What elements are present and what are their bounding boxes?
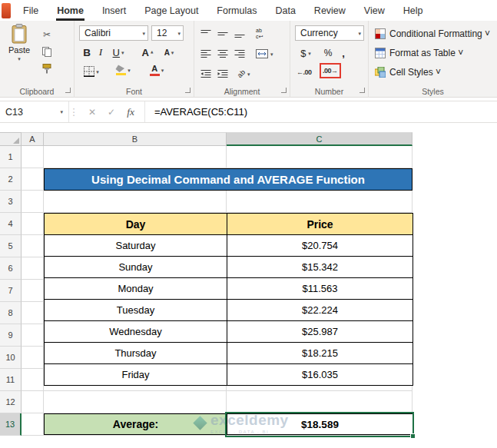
active-cell-selection-C13[interactable]	[225, 412, 414, 437]
number-dialog-launcher[interactable]	[359, 88, 365, 93]
row-header[interactable]: 11	[0, 369, 22, 391]
cell-day[interactable]: Saturday	[45, 235, 227, 257]
tab-data[interactable]: Data	[266, 0, 304, 21]
format-as-table-button[interactable]: Format as Table ˅	[375, 46, 463, 60]
decrease-indent-button[interactable]	[200, 66, 211, 81]
italic-button[interactable]: I	[96, 45, 105, 60]
row-header[interactable]: 3	[0, 191, 22, 213]
row-header[interactable]: 5	[0, 235, 22, 257]
top-align-button[interactable]	[200, 26, 211, 41]
center-button[interactable]	[217, 46, 228, 61]
font-size-combo[interactable]: 12 ▾	[151, 25, 184, 41]
cell-price[interactable]: $11.563	[227, 278, 413, 300]
row-header[interactable]: 9	[0, 324, 22, 347]
table-header-price[interactable]: Price	[227, 214, 413, 235]
tab-home[interactable]: Home	[48, 0, 93, 21]
format-painter-button[interactable]	[40, 61, 54, 76]
row-header-13-selected[interactable]: 13	[0, 413, 22, 436]
formula-input[interactable]: =AVERAGE(C5:C11)	[145, 101, 497, 122]
row-header[interactable]: 7	[0, 280, 22, 302]
increase-font-size-button[interactable]: A ▾	[139, 45, 156, 60]
conditional-formatting-button[interactable]: Conditional Formatting ˅	[375, 27, 490, 41]
tab-help[interactable]: Help	[394, 0, 432, 21]
column-header-c-selected[interactable]: C	[227, 132, 413, 146]
tab-view[interactable]: View	[355, 0, 394, 21]
borders-button[interactable]: ▾	[81, 64, 102, 79]
wrap-text-button[interactable]: ab c↩	[256, 26, 263, 41]
row-header[interactable]: 6	[0, 257, 22, 280]
clipboard-dialog-launcher[interactable]	[65, 88, 71, 93]
cell-price[interactable]: $22.224	[227, 300, 413, 321]
grow-font-letter: A	[142, 47, 149, 58]
conditional-formatting-icon	[375, 28, 386, 39]
cell-day[interactable]: Tuesday	[45, 300, 227, 321]
tab-page-layout[interactable]: Page Layout	[135, 0, 207, 21]
column-header-b[interactable]: B	[44, 132, 227, 146]
shrink-font-letter: A	[164, 48, 170, 57]
styles-group: Conditional Formatting ˅ Format as Table…	[369, 21, 497, 98]
chevron-down-icon: ▾	[247, 71, 250, 77]
decrease-font-size-button[interactable]: A ▾	[161, 45, 177, 60]
decrease-decimal-button-highlighted[interactable]: .00→	[320, 63, 341, 78]
chevron-down-icon: ▾	[96, 69, 99, 75]
orientation-button[interactable]: ab ▾	[237, 66, 250, 81]
cell-price[interactable]: $20.754	[227, 235, 413, 257]
tab-review[interactable]: Review	[305, 0, 355, 21]
row-header[interactable]: 1	[0, 146, 22, 168]
cell-day[interactable]: Wednesday	[45, 321, 227, 343]
chevron-down-icon: ▾	[270, 51, 273, 57]
select-all-corner[interactable]	[0, 132, 22, 146]
increase-indent-button[interactable]	[217, 66, 228, 81]
number-format-combo[interactable]: Currency ▾	[295, 25, 364, 41]
tab-insert[interactable]: Insert	[93, 0, 135, 21]
tab-formulas[interactable]: Formulas	[207, 0, 266, 21]
cell-day[interactable]: Friday	[45, 364, 227, 386]
row-header[interactable]: 2	[0, 168, 22, 191]
font-color-button[interactable]: A ▾	[145, 62, 168, 78]
comma-style-button[interactable]: ,	[340, 45, 347, 61]
column-header-a[interactable]: A	[22, 132, 44, 146]
paste-button[interactable]: Paste ▾	[5, 24, 34, 79]
copy-button[interactable]	[40, 44, 54, 59]
title-banner-cell-B2[interactable]: Using Decimal Command and AVERAGE Functi…	[44, 168, 413, 191]
underline-letter: U	[113, 47, 120, 58]
align-right-button[interactable]	[234, 46, 245, 61]
conditional-formatting-label: Conditional Formatting ˅	[389, 28, 490, 39]
styles-group-label: Styles	[369, 87, 497, 96]
insert-function-button[interactable]: fx	[127, 106, 134, 118]
bottom-align-button[interactable]	[234, 26, 245, 41]
accounting-format-button[interactable]: $ ▾	[297, 45, 315, 61]
align-left-button[interactable]	[200, 46, 211, 61]
cell-price[interactable]: $18.215	[227, 343, 413, 364]
row-header[interactable]: 4	[0, 213, 22, 235]
merge-center-button[interactable]: ▾	[256, 46, 273, 61]
row-header[interactable]: 8	[0, 302, 22, 324]
cut-button[interactable]: ✂	[40, 27, 54, 42]
middle-align-button[interactable]	[217, 26, 228, 41]
tab-file[interactable]: File	[14, 0, 48, 21]
cell-day[interactable]: Monday	[45, 278, 227, 300]
cell-price[interactable]: $15.342	[227, 257, 413, 278]
name-box[interactable]: C13 ▾	[0, 101, 69, 122]
cancel-icon[interactable]: ✕	[88, 107, 96, 118]
cell-styles-button[interactable]: Cell Styles ˅	[375, 65, 441, 79]
font-name-combo[interactable]: Calibri ▾	[79, 25, 148, 41]
font-dialog-launcher[interactable]	[185, 88, 191, 93]
alignment-dialog-launcher[interactable]	[281, 88, 287, 93]
enter-icon[interactable]: ✓	[108, 107, 115, 118]
formula-bar: C13 ▾ ⋮ ✕ ✓ fx =AVERAGE(C5:C11)	[0, 101, 497, 123]
percent-style-button[interactable]: %	[323, 45, 333, 61]
row-header[interactable]: 12	[0, 391, 22, 413]
cell-day[interactable]: Thursday	[45, 343, 227, 364]
fill-color-button[interactable]: ▾	[111, 62, 134, 78]
cell-day[interactable]: Sunday	[45, 257, 227, 278]
merge-center-icon	[256, 49, 268, 58]
bold-button[interactable]: B	[81, 45, 93, 60]
fill-handle[interactable]	[410, 433, 416, 439]
cell-price[interactable]: $25.987	[227, 321, 413, 343]
underline-button[interactable]: U ▾	[108, 45, 128, 60]
increase-decimal-button[interactable]: ←.00	[297, 65, 312, 80]
cell-price[interactable]: $16.035	[227, 364, 413, 386]
row-header[interactable]: 10	[0, 347, 22, 369]
table-header-day[interactable]: Day	[45, 214, 227, 235]
